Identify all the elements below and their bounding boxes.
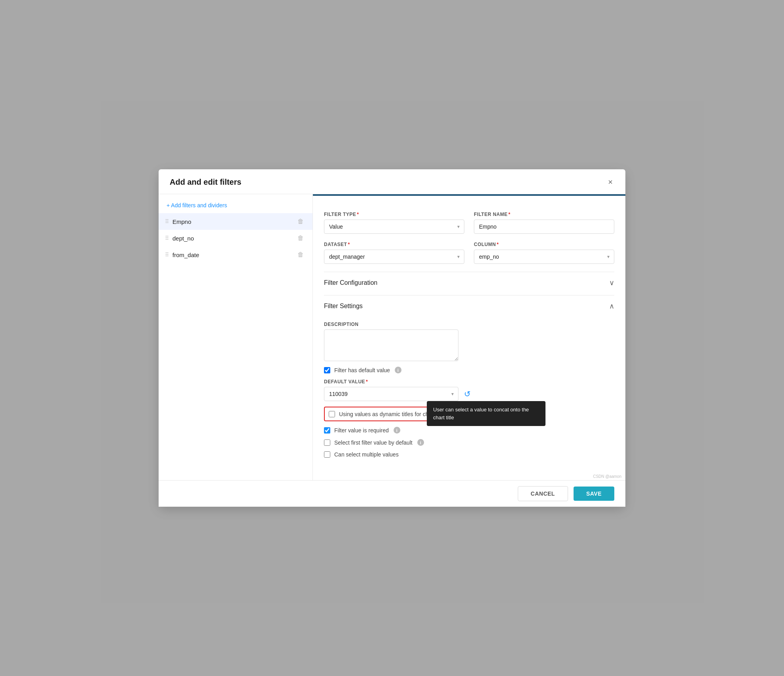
- default-value-select-wrapper: 110039 ▾: [324, 387, 458, 401]
- filter-configuration-title: Filter Configuration: [324, 279, 377, 286]
- close-button[interactable]: ×: [606, 176, 614, 187]
- column-label: COLUMN*: [474, 242, 614, 247]
- modal-title: Add and edit filters: [170, 178, 241, 187]
- filter-settings-title: Filter Settings: [324, 303, 363, 310]
- filter-name-input[interactable]: [474, 220, 614, 234]
- delete-empno-button[interactable]: 🗑: [295, 217, 306, 226]
- select-first-filter-info-icon[interactable]: i: [417, 439, 424, 446]
- select-first-filter-label: Select first filter value by default: [334, 439, 413, 446]
- can-select-multiple-label: Can select multiple values: [334, 451, 399, 458]
- filter-type-name-row: FILTER TYPE* Value Time Range Group By ▾: [324, 212, 614, 234]
- using-values-dynamic-label: Using values as dynamic titles for chart…: [339, 411, 438, 417]
- filter-type-group: FILTER TYPE* Value Time Range Group By ▾: [324, 212, 464, 234]
- filter-name-required: *: [508, 212, 510, 217]
- can-select-multiple-row: Can select multiple values: [324, 451, 614, 458]
- filter-settings-chevron-up-icon: ∧: [609, 302, 614, 311]
- default-value-label: DEFAULT VALUE*: [324, 379, 614, 384]
- dataset-label: DATASET*: [324, 242, 464, 247]
- filter-configuration-header[interactable]: Filter Configuration ∨: [324, 272, 614, 294]
- filter-type-select[interactable]: Value Time Range Group By: [324, 220, 464, 234]
- delete-from-date-button[interactable]: 🗑: [295, 250, 306, 259]
- modal: Add and edit filters × + Add filters and…: [159, 169, 625, 507]
- select-first-filter-row: Select first filter value by default i: [324, 439, 614, 446]
- filter-value-required-label: Filter value is required: [334, 427, 389, 434]
- column-required: *: [497, 242, 499, 247]
- sidebar-label-dept-no: dept_no: [172, 235, 295, 242]
- filter-settings-body: DESCRIPTION Filter has default value i: [324, 317, 614, 466]
- delete-dept-no-button[interactable]: 🗑: [295, 234, 306, 242]
- default-value-required: *: [366, 379, 368, 384]
- filter-name-group: FILTER NAME*: [474, 212, 614, 234]
- column-group: COLUMN* emp_no dept_no from_date to_date…: [474, 242, 614, 264]
- default-value-section: DEFAULT VALUE* 110039 ▾ ↺: [324, 379, 614, 401]
- default-value-select[interactable]: 110039: [324, 387, 458, 401]
- can-select-multiple-checkbox[interactable]: [324, 451, 330, 458]
- column-select[interactable]: emp_no dept_no from_date to_date: [474, 250, 614, 264]
- modal-body: + Add filters and dividers ⠿ Empno 🗑 ⠿ d…: [159, 194, 625, 480]
- watermark: CSDN @aamon: [313, 473, 625, 480]
- description-group: DESCRIPTION: [324, 322, 614, 361]
- modal-overlay: Add and edit filters × + Add filters and…: [0, 0, 784, 676]
- modal-header: Add and edit filters ×: [159, 169, 625, 194]
- drag-handle-from-date: ⠿: [165, 252, 169, 258]
- filter-has-default-info-icon[interactable]: i: [395, 367, 401, 373]
- sidebar-item-dept-no[interactable]: ⠿ dept_no 🗑: [159, 230, 312, 246]
- select-first-filter-checkbox[interactable]: [324, 439, 330, 446]
- filter-has-default-row: Filter has default value i: [324, 367, 614, 373]
- sidebar: + Add filters and dividers ⠿ Empno 🗑 ⠿ d…: [159, 194, 313, 480]
- filter-value-required-info-icon[interactable]: i: [394, 427, 400, 434]
- filter-settings-accordion: Filter Settings ∧ DESCRIPTION: [324, 295, 614, 466]
- dataset-select-wrapper: dept_manager employees departments ▾: [324, 250, 464, 264]
- cancel-button[interactable]: CANCEL: [518, 486, 568, 501]
- tooltip-box: User can select a value to concat onto t…: [427, 401, 545, 426]
- filter-configuration-chevron-down-icon: ∨: [609, 278, 614, 287]
- dataset-column-row: DATASET* dept_manager employees departme…: [324, 242, 614, 264]
- sidebar-label-empno: Empno: [172, 218, 295, 225]
- filter-value-required-row: Filter value is required i: [324, 427, 614, 434]
- sidebar-item-from-date[interactable]: ⠿ from_date 🗑: [159, 246, 312, 263]
- filter-type-label: FILTER TYPE*: [324, 212, 464, 217]
- sidebar-item-empno[interactable]: ⠿ Empno 🗑: [159, 213, 312, 230]
- save-button[interactable]: SAVE: [574, 487, 614, 501]
- add-filters-link[interactable]: + Add filters and dividers: [159, 201, 312, 213]
- using-values-dynamic-checkbox[interactable]: [329, 411, 335, 417]
- dataset-required: *: [348, 242, 350, 247]
- drag-handle-dept-no: ⠿: [165, 235, 169, 241]
- filter-name-label: FILTER NAME*: [474, 212, 614, 217]
- filter-settings-header[interactable]: Filter Settings ∧: [324, 295, 614, 317]
- filter-value-required-checkbox[interactable]: [324, 427, 330, 434]
- dataset-select[interactable]: dept_manager employees departments: [324, 250, 464, 264]
- filter-type-required: *: [357, 212, 359, 217]
- description-textarea[interactable]: [324, 329, 458, 361]
- default-value-row: 110039 ▾ ↺ User can select a value to co…: [324, 387, 614, 401]
- column-select-wrapper: emp_no dept_no from_date to_date ▾: [474, 250, 614, 264]
- filter-has-default-checkbox[interactable]: [324, 367, 330, 373]
- refresh-button[interactable]: ↺: [464, 389, 471, 399]
- dataset-group: DATASET* dept_manager employees departme…: [324, 242, 464, 264]
- drag-handle-empno: ⠿: [165, 218, 169, 225]
- filter-configuration-accordion: Filter Configuration ∨: [324, 272, 614, 294]
- right-panel: FILTER TYPE* Value Time Range Group By ▾: [313, 194, 625, 480]
- right-panel-inner: FILTER TYPE* Value Time Range Group By ▾: [313, 196, 625, 473]
- filter-has-default-label: Filter has default value: [334, 367, 390, 373]
- filter-type-select-wrapper: Value Time Range Group By ▾: [324, 220, 464, 234]
- sidebar-label-from-date: from_date: [172, 252, 295, 258]
- description-label: DESCRIPTION: [324, 322, 614, 327]
- modal-footer: CANCEL SAVE: [159, 480, 625, 507]
